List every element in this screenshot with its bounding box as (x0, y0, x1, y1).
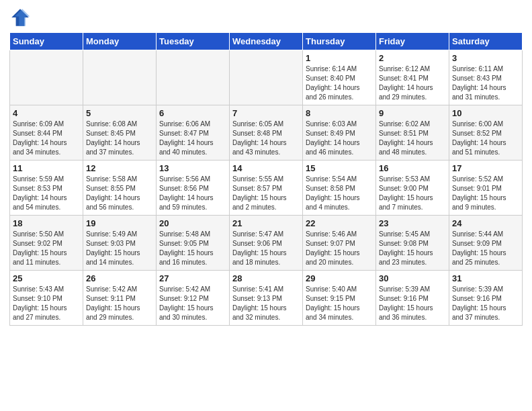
day-info: Sunrise: 6:00 AMSunset: 8:52 PMDaylight:… (452, 120, 519, 157)
day-info: Sunrise: 5:59 AMSunset: 8:53 PMDaylight:… (13, 175, 80, 212)
day-info: Sunrise: 5:42 AMSunset: 9:12 PMDaylight:… (159, 285, 226, 322)
day-number: 28 (232, 273, 300, 283)
day-info: Sunrise: 6:05 AMSunset: 8:48 PMDaylight:… (232, 120, 300, 157)
calendar-table: SundayMondayTuesdayWednesdayThursdayFrid… (9, 32, 523, 326)
day-info: Sunrise: 5:54 AMSunset: 8:58 PMDaylight:… (306, 175, 373, 212)
calendar-cell (83, 50, 157, 105)
calendar-cell: 14Sunrise: 5:55 AMSunset: 8:57 PMDayligh… (230, 161, 303, 216)
calendar-cell: 11Sunrise: 5:59 AMSunset: 8:53 PMDayligh… (10, 161, 83, 216)
day-number: 6 (159, 108, 226, 118)
day-number: 2 (379, 53, 446, 63)
day-number: 1 (306, 53, 373, 63)
calendar-cell: 17Sunrise: 5:52 AMSunset: 9:01 PMDayligh… (449, 161, 523, 216)
day-info: Sunrise: 5:49 AMSunset: 9:03 PMDaylight:… (86, 230, 153, 267)
day-number: 15 (306, 163, 373, 173)
day-info: Sunrise: 5:39 AMSunset: 9:16 PMDaylight:… (379, 285, 446, 322)
logo-icon (9, 7, 31, 28)
day-number: 20 (159, 218, 226, 228)
day-number: 25 (13, 273, 80, 283)
day-number: 7 (232, 108, 300, 118)
header (9, 7, 523, 28)
day-info: Sunrise: 6:09 AMSunset: 8:44 PMDaylight:… (13, 120, 80, 157)
day-number: 12 (86, 163, 153, 173)
day-number: 29 (306, 273, 373, 283)
calendar-cell: 23Sunrise: 5:45 AMSunset: 9:08 PMDayligh… (376, 216, 449, 271)
weekday-saturday: Saturday (449, 33, 523, 50)
weekday-wednesday: Wednesday (230, 33, 303, 50)
calendar-cell: 3Sunrise: 6:11 AMSunset: 8:43 PMDaylight… (449, 50, 523, 105)
calendar-cell: 31Sunrise: 5:39 AMSunset: 9:16 PMDayligh… (449, 271, 523, 326)
day-info: Sunrise: 5:42 AMSunset: 9:11 PMDaylight:… (86, 285, 153, 322)
day-info: Sunrise: 5:56 AMSunset: 8:56 PMDaylight:… (159, 175, 226, 212)
day-number: 8 (306, 108, 373, 118)
calendar-cell: 18Sunrise: 5:50 AMSunset: 9:02 PMDayligh… (10, 216, 83, 271)
day-number: 9 (379, 108, 446, 118)
day-info: Sunrise: 5:52 AMSunset: 9:01 PMDaylight:… (452, 175, 519, 212)
day-number: 23 (379, 218, 446, 228)
day-number: 26 (86, 273, 153, 283)
day-number: 18 (13, 218, 80, 228)
calendar-row-5: 25Sunrise: 5:43 AMSunset: 9:10 PMDayligh… (10, 271, 523, 326)
calendar-cell (157, 50, 230, 105)
day-number: 14 (232, 163, 300, 173)
day-number: 11 (13, 163, 80, 173)
day-number: 19 (86, 218, 153, 228)
calendar-cell: 27Sunrise: 5:42 AMSunset: 9:12 PMDayligh… (157, 271, 230, 326)
day-number: 3 (452, 53, 519, 63)
weekday-thursday: Thursday (303, 33, 376, 50)
weekday-friday: Friday (376, 33, 449, 50)
calendar-cell: 9Sunrise: 6:02 AMSunset: 8:51 PMDaylight… (376, 105, 449, 161)
calendar-cell: 2Sunrise: 6:12 AMSunset: 8:41 PMDaylight… (376, 50, 449, 105)
weekday-monday: Monday (83, 33, 157, 50)
day-number: 10 (452, 108, 519, 118)
calendar-row-3: 11Sunrise: 5:59 AMSunset: 8:53 PMDayligh… (10, 161, 523, 216)
day-number: 21 (232, 218, 300, 228)
calendar-cell: 4Sunrise: 6:09 AMSunset: 8:44 PMDaylight… (10, 105, 83, 161)
calendar-cell: 30Sunrise: 5:39 AMSunset: 9:16 PMDayligh… (376, 271, 449, 326)
day-number: 31 (452, 273, 519, 283)
day-number: 13 (159, 163, 226, 173)
day-info: Sunrise: 5:41 AMSunset: 9:13 PMDaylight:… (232, 285, 300, 322)
day-info: Sunrise: 5:44 AMSunset: 9:09 PMDaylight:… (452, 230, 519, 267)
calendar-cell: 26Sunrise: 5:42 AMSunset: 9:11 PMDayligh… (83, 271, 157, 326)
day-info: Sunrise: 5:48 AMSunset: 9:05 PMDaylight:… (159, 230, 226, 267)
day-info: Sunrise: 5:55 AMSunset: 8:57 PMDaylight:… (232, 175, 300, 212)
day-number: 27 (159, 273, 226, 283)
day-info: Sunrise: 5:50 AMSunset: 9:02 PMDaylight:… (13, 230, 80, 267)
day-info: Sunrise: 5:45 AMSunset: 9:08 PMDaylight:… (379, 230, 446, 267)
day-number: 30 (379, 273, 446, 283)
calendar-cell (230, 50, 303, 105)
calendar-cell: 8Sunrise: 6:03 AMSunset: 8:49 PMDaylight… (303, 105, 376, 161)
page: SundayMondayTuesdayWednesdayThursdayFrid… (0, 0, 532, 411)
day-number: 22 (306, 218, 373, 228)
calendar-cell: 13Sunrise: 5:56 AMSunset: 8:56 PMDayligh… (157, 161, 230, 216)
calendar-cell: 6Sunrise: 6:06 AMSunset: 8:47 PMDaylight… (157, 105, 230, 161)
day-info: Sunrise: 6:11 AMSunset: 8:43 PMDaylight:… (452, 64, 519, 102)
day-number: 5 (86, 108, 153, 118)
calendar-row-4: 18Sunrise: 5:50 AMSunset: 9:02 PMDayligh… (10, 216, 523, 271)
calendar-row-1: 1Sunrise: 6:14 AMSunset: 8:40 PMDaylight… (10, 50, 523, 105)
day-info: Sunrise: 5:47 AMSunset: 9:06 PMDaylight:… (232, 230, 300, 267)
calendar-cell: 24Sunrise: 5:44 AMSunset: 9:09 PMDayligh… (449, 216, 523, 271)
calendar-cell: 19Sunrise: 5:49 AMSunset: 9:03 PMDayligh… (83, 216, 157, 271)
calendar-row-2: 4Sunrise: 6:09 AMSunset: 8:44 PMDaylight… (10, 105, 523, 161)
calendar-cell: 25Sunrise: 5:43 AMSunset: 9:10 PMDayligh… (10, 271, 83, 326)
day-info: Sunrise: 6:03 AMSunset: 8:49 PMDaylight:… (306, 120, 373, 157)
calendar-cell: 21Sunrise: 5:47 AMSunset: 9:06 PMDayligh… (230, 216, 303, 271)
day-info: Sunrise: 5:43 AMSunset: 9:10 PMDaylight:… (13, 285, 80, 322)
day-number: 24 (452, 218, 519, 228)
day-info: Sunrise: 6:14 AMSunset: 8:40 PMDaylight:… (306, 64, 373, 102)
calendar-cell (10, 50, 83, 105)
day-info: Sunrise: 6:02 AMSunset: 8:51 PMDaylight:… (379, 120, 446, 157)
day-info: Sunrise: 5:58 AMSunset: 8:55 PMDaylight:… (86, 175, 153, 212)
day-info: Sunrise: 5:46 AMSunset: 9:07 PMDaylight:… (306, 230, 373, 267)
day-info: Sunrise: 6:06 AMSunset: 8:47 PMDaylight:… (159, 120, 226, 157)
calendar-cell: 7Sunrise: 6:05 AMSunset: 8:48 PMDaylight… (230, 105, 303, 161)
day-info: Sunrise: 5:40 AMSunset: 9:15 PMDaylight:… (306, 285, 373, 322)
day-number: 16 (379, 163, 446, 173)
day-number: 17 (452, 163, 519, 173)
calendar-cell: 5Sunrise: 6:08 AMSunset: 8:45 PMDaylight… (83, 105, 157, 161)
calendar-cell: 12Sunrise: 5:58 AMSunset: 8:55 PMDayligh… (83, 161, 157, 216)
weekday-sunday: Sunday (10, 33, 83, 50)
calendar-cell: 1Sunrise: 6:14 AMSunset: 8:40 PMDaylight… (303, 50, 376, 105)
